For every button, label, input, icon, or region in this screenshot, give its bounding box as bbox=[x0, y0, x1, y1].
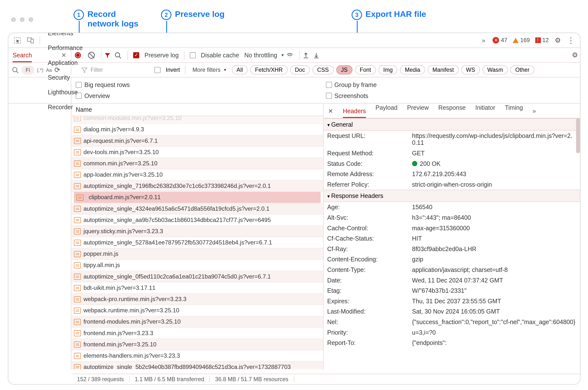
annotation-3: 3 Export HAR file bbox=[351, 9, 426, 20]
request-row[interactable]: frontend.min.js?ver=3.23.3 bbox=[71, 328, 323, 339]
more-filters[interactable]: More filters bbox=[193, 67, 226, 73]
request-row[interactable]: elements-handlers.min.js?ver=3.23.3 bbox=[71, 350, 323, 362]
header-value: application/javascript; charset=utf-8 bbox=[412, 266, 577, 273]
annotation-badge: 3 bbox=[351, 9, 362, 20]
filter-pill-js[interactable]: JS bbox=[336, 65, 352, 74]
request-row[interactable]: api-request.min.js?ver=6.7.1 bbox=[71, 135, 323, 146]
clear-button[interactable] bbox=[88, 51, 95, 58]
request-row[interactable]: popper.min.js bbox=[71, 248, 323, 260]
case-toggle[interactable]: Aa bbox=[46, 67, 52, 72]
detail-tab-preview[interactable]: Preview bbox=[407, 104, 429, 118]
network-settings-icon[interactable] bbox=[570, 51, 580, 59]
inspect-icon[interactable] bbox=[11, 37, 24, 44]
header-value: GET bbox=[412, 150, 577, 156]
filter-icon[interactable] bbox=[104, 51, 114, 58]
header-row: Date:Wed, 11 Dec 2024 07:37:42 GMT bbox=[324, 275, 580, 285]
tab-elements[interactable]: Elements bbox=[43, 33, 88, 40]
header-key: Alt-Svc: bbox=[327, 214, 412, 221]
issue-count[interactable]: !12 bbox=[535, 37, 549, 44]
request-row[interactable]: tippy.all.min.js bbox=[71, 260, 323, 271]
request-row[interactable]: common-modules.min.js?ver=3.25.10 bbox=[71, 116, 323, 124]
close-details-icon[interactable] bbox=[328, 107, 333, 114]
screenshots-checkbox[interactable]: Screenshots bbox=[326, 92, 576, 100]
header-value: W/"674b37b1-2331" bbox=[412, 287, 577, 294]
request-name: frontend.min.js?ver=3.25.10 bbox=[84, 341, 156, 348]
kebab-icon[interactable] bbox=[564, 36, 577, 45]
big-rows-checkbox[interactable]: Big request rows bbox=[76, 81, 326, 89]
preserve-log-checkbox[interactable]: Preserve log bbox=[133, 51, 179, 58]
filter-pill-ws[interactable]: WS bbox=[461, 65, 480, 74]
annotation-text: Preserve log bbox=[175, 9, 225, 19]
request-row[interactable]: dev-tools.min.js?ver=3.25.10 bbox=[71, 147, 323, 158]
warning-count[interactable]: 169 bbox=[513, 37, 530, 44]
request-row[interactable]: bdt-uikit.min.js?ver=3.17.11 bbox=[71, 283, 323, 294]
request-row[interactable]: webpack.runtime.min.js?ver=3.25.10 bbox=[71, 305, 323, 316]
disable-cache-checkbox[interactable]: Disable cache bbox=[190, 51, 239, 58]
js-file-icon bbox=[74, 352, 81, 359]
request-row[interactable]: frontend-modules.min.js?ver=3.25.10 bbox=[71, 316, 323, 328]
filter-pill-manifest[interactable]: Manifest bbox=[428, 65, 459, 74]
group-by-frame-checkbox[interactable]: Group by frame bbox=[326, 81, 576, 89]
device-icon[interactable] bbox=[24, 37, 37, 44]
header-value: 200 OK bbox=[412, 160, 577, 167]
request-row[interactable]: autoptimize_single_aa9b7c5b03ac1b860134d… bbox=[71, 215, 323, 226]
close-icon[interactable]: ✕ bbox=[61, 51, 66, 58]
request-details: HeadersPayloadPreviewResponseInitiatorTi… bbox=[324, 104, 580, 369]
regex-toggle[interactable]: (.*) bbox=[37, 67, 43, 72]
scrollbar[interactable] bbox=[576, 118, 580, 153]
search-input[interactable]: Fi bbox=[21, 65, 34, 74]
request-row[interactable]: frontend.min.js?ver=3.25.10 bbox=[71, 339, 323, 350]
filter-input[interactable]: Filter bbox=[76, 65, 108, 75]
detail-tab-initiator[interactable]: Initiator bbox=[475, 104, 495, 118]
name-column-header[interactable]: Name bbox=[71, 104, 323, 116]
filter-pill-fetch/xhr[interactable]: Fetch/XHR bbox=[250, 65, 287, 74]
invert-checkbox[interactable]: Invert bbox=[154, 67, 180, 73]
search-tab-label[interactable]: Search bbox=[13, 51, 32, 62]
request-row[interactable]: autoptimize_single_5b2c94e0b387fbd899409… bbox=[71, 362, 323, 369]
filter-pill-other[interactable]: Other bbox=[511, 65, 534, 74]
header-row: Remote Address:172.67.219.205:443 bbox=[324, 169, 580, 179]
header-row: Last-Modified:Sat, 30 Nov 2024 16:05:05 … bbox=[324, 306, 580, 317]
filter-pill-doc[interactable]: Doc bbox=[290, 65, 310, 74]
section-header[interactable]: Response Headers bbox=[324, 190, 580, 202]
request-row[interactable]: app-loader.min.js?ver=3.25.10 bbox=[71, 169, 323, 181]
window-controls[interactable] bbox=[11, 17, 33, 22]
request-row[interactable]: jquery.sticky.min.js?ver=3.23.3 bbox=[71, 226, 323, 237]
view-options: Big request rows Group by frame Overview… bbox=[8, 77, 580, 104]
filter-pill-font[interactable]: Font bbox=[355, 65, 376, 74]
filter-pill-img[interactable]: Img bbox=[379, 65, 398, 74]
filter-pill-media[interactable]: Media bbox=[400, 65, 425, 74]
upload-har-icon[interactable] bbox=[302, 51, 313, 58]
search-icon[interactable] bbox=[114, 51, 125, 58]
overview-checkbox[interactable]: Overview bbox=[76, 92, 326, 100]
more-tabs-icon[interactable]: » bbox=[477, 37, 490, 44]
js-file-icon bbox=[74, 240, 81, 246]
detail-tab-timing[interactable]: Timing bbox=[505, 104, 523, 118]
filter-pill-all[interactable]: All bbox=[232, 65, 248, 74]
request-row[interactable]: clipboard.min.js?ver=2.0.11 bbox=[74, 192, 321, 203]
refresh-icon[interactable] bbox=[54, 66, 60, 74]
section-header[interactable]: General bbox=[324, 118, 580, 131]
request-row[interactable]: common.min.js?ver=3.25.10 bbox=[71, 158, 323, 169]
header-key: Cf-Cache-Status: bbox=[327, 235, 412, 242]
throttling-select[interactable]: No throttling bbox=[244, 51, 284, 58]
request-row[interactable]: webpack-pro.runtime.min.js?ver=3.23.3 bbox=[71, 294, 323, 305]
detail-tab-headers[interactable]: Headers bbox=[343, 107, 366, 118]
request-row[interactable]: autoptimize_single_5278a41ee7879572fb530… bbox=[71, 237, 323, 248]
request-row[interactable]: autoptimize_single_7196fbc26382d30e7c1c6… bbox=[71, 181, 323, 192]
detail-tab-response[interactable]: Response bbox=[438, 104, 466, 118]
request-row[interactable]: dialog.min.js?ver=4.9.3 bbox=[71, 124, 323, 135]
detail-tab-payload[interactable]: Payload bbox=[376, 104, 398, 118]
request-row[interactable]: autoptimize_single_0f5ed110c2ca6a1ea01c2… bbox=[71, 271, 323, 282]
download-har-icon[interactable] bbox=[313, 51, 323, 58]
status-resources: 36.8 MB / 51.7 MB resources bbox=[210, 376, 294, 382]
more-tabs-icon[interactable] bbox=[532, 107, 536, 114]
error-count[interactable]: ✕47 bbox=[493, 37, 507, 44]
record-button[interactable] bbox=[75, 52, 81, 58]
filter-pill-wasm[interactable]: Wasm bbox=[483, 65, 508, 74]
filter-pill-css[interactable]: CSS bbox=[312, 65, 334, 74]
request-row[interactable]: autoptimize_single_4324ea9615a6c5471d8a5… bbox=[71, 203, 323, 214]
wifi-icon[interactable] bbox=[286, 51, 297, 58]
gear-icon[interactable] bbox=[551, 36, 564, 44]
search-icon[interactable] bbox=[12, 66, 19, 73]
